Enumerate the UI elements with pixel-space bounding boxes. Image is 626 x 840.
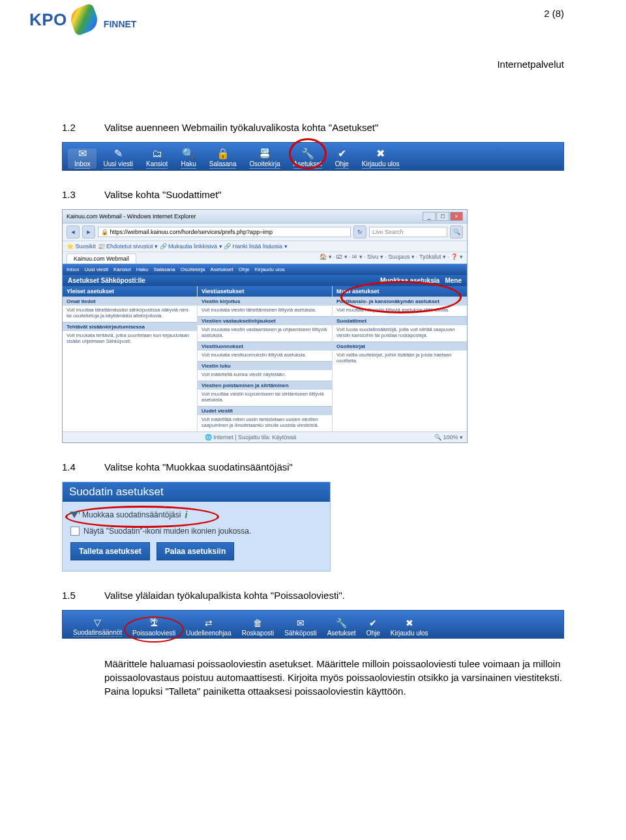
- tb2-vacation[interactable]: 🏝 Poissaoloviesti: [127, 618, 181, 637]
- tb-logout[interactable]: ✖ Kirjaudu ulos: [355, 149, 406, 169]
- tb-addressbook[interactable]: 📇 Osoitekirja: [243, 149, 286, 169]
- col-text: Voit muuttaa viestin kopioimiseen tai si…: [198, 390, 332, 406]
- col-sub[interactable]: Postikansio- ja kansionäkymän asetukset: [333, 297, 467, 306]
- wrench-icon: 🔧: [336, 618, 347, 628]
- tb-btn[interactable]: Osoitekirja: [181, 267, 205, 272]
- redirect-icon: ⇄: [205, 618, 213, 628]
- tb2-logout[interactable]: ✖ Kirjaudu ulos: [385, 618, 434, 637]
- final-paragraph: Määrittele haluamasi poissaoloviestin as…: [104, 657, 564, 698]
- tb-btn[interactable]: Kirjaudu ulos: [255, 267, 285, 272]
- col-head: Viestiasetukset: [198, 286, 332, 297]
- tb2-label: Poissaoloviesti: [132, 630, 175, 637]
- col-text: Voit muokata tehtäviä, jotka suoritetaan…: [63, 331, 197, 347]
- step-text: Valitse auenneen Webmailin työkaluvaliko…: [104, 122, 564, 133]
- webmail-toolbar: ✉ Inbox ✎ Uusi viesti 🗂 Kansiot 🔍 Haku 🔒…: [62, 142, 564, 171]
- row-text: Muokkaa suodatinsääntöjäsi: [82, 510, 181, 519]
- tb-label: Kansiot: [146, 160, 168, 169]
- col-other: Muut asetukset Postikansio- ja kansionäk…: [333, 286, 467, 431]
- wrench-icon: 🔧: [301, 149, 314, 159]
- col-sub[interactable]: Viestiluonnokset: [198, 341, 332, 351]
- subheader-right: Muokkaa asetuksia Mene: [380, 277, 462, 284]
- tb-btn[interactable]: Ohje: [239, 267, 250, 272]
- refresh-button[interactable]: ↻: [353, 225, 366, 239]
- minimize-icon[interactable]: _: [423, 212, 436, 221]
- tb2-redirect[interactable]: ⇄ Uudelleenohjaa: [181, 618, 237, 637]
- tb-btn[interactable]: Haku: [136, 267, 149, 272]
- back-button[interactable]: ◄: [67, 225, 80, 239]
- step-text: Valitse kohta "Suodattimet": [104, 189, 564, 200]
- forward-button[interactable]: ►: [82, 225, 95, 239]
- pencil-icon: ✎: [114, 149, 123, 159]
- col-text: Voit muokata viestin lähettämiseen liitt…: [198, 306, 332, 316]
- save-settings-button[interactable]: Talleta asetukset: [70, 542, 150, 560]
- tb-label: Salasana: [209, 160, 237, 169]
- tb2-filter-rules[interactable]: ▽ Suodatinsäännöt: [68, 617, 127, 637]
- col-sub[interactable]: Omat tiedot: [63, 297, 197, 306]
- search-field[interactable]: Live Search: [369, 227, 447, 237]
- col-sub[interactable]: Uudet viestit: [198, 406, 332, 415]
- col-head: Muut asetukset: [333, 286, 467, 297]
- tb-inbox[interactable]: ✉ Inbox: [68, 149, 97, 169]
- tb-label: Inbox: [74, 160, 90, 169]
- step-num: 1.2: [62, 122, 104, 133]
- col-messages: Viestiasetukset Viestin kirjoitus Voit m…: [198, 286, 333, 431]
- tb2-help[interactable]: ✔ Ohje: [361, 618, 385, 637]
- tb2-label: Asetukset: [327, 630, 356, 637]
- step-text: Valitse ylälaidan työkalupalkista kohta …: [104, 590, 564, 601]
- tb2-spam[interactable]: 🗑 Roskaposti: [237, 618, 279, 637]
- col-sub[interactable]: Viestien vastaukset/ohjaukset: [198, 316, 332, 325]
- tb-btn[interactable]: Uusi viesti: [85, 267, 108, 272]
- close-icon[interactable]: ×: [450, 212, 463, 221]
- trash-icon: 🗑: [253, 618, 262, 628]
- tb-label: Asetukset: [293, 160, 322, 169]
- tb-settings[interactable]: 🔧 Asetukset: [287, 149, 329, 169]
- tb-new-message[interactable]: ✎ Uusi viesti: [97, 149, 140, 169]
- step-num: 1.5: [62, 590, 104, 601]
- tb-btn[interactable]: Kansiot: [113, 267, 131, 272]
- filter-toolbar: ▽ Suodatinsäännöt 🏝 Poissaoloviesti ⇄ Uu…: [62, 610, 564, 639]
- kpo-text: KPO: [29, 10, 67, 30]
- step-1-4: 1.4 Valitse kohta "Muokkaa suodatinsäänt…: [62, 461, 564, 472]
- tb2-email[interactable]: ✉ Sähköposti: [279, 618, 321, 637]
- col-sub[interactable]: Tehtävät sisäänkirjautumisessa: [63, 322, 197, 331]
- browser-tab[interactable]: Kainuu.com Webmail: [67, 253, 136, 263]
- col-text: Voit määrittää miten usein tarkistetaan …: [198, 415, 332, 431]
- url-field[interactable]: 🔒 https://webmail.kainuu.com/horde/servi…: [98, 227, 351, 237]
- col-text: Voit määritellä kuinka viestit näytetään…: [198, 370, 332, 381]
- search-icon: 🔍: [182, 149, 195, 159]
- tb2-label: Suodatinsäännöt: [73, 629, 122, 637]
- finnet-text: FINNET: [104, 19, 137, 29]
- tb-label: Uusi viesti: [103, 160, 133, 169]
- filter-settings-panel: Suodatin asetukset Muokkaa suodatinsäänt…: [62, 482, 331, 572]
- col-sub[interactable]: Osoitekirjat: [333, 341, 467, 351]
- tb-btn[interactable]: Asetukset: [211, 267, 233, 272]
- inner-webmail-toolbar: Inbox Uusi viesti Kansiot Haku Salasana …: [63, 264, 467, 275]
- tb-btn[interactable]: Inbox: [67, 267, 80, 272]
- col-sub[interactable]: Viestien poistaminen ja siirtäminen: [198, 381, 332, 390]
- col-sub[interactable]: Viestin luku: [198, 361, 332, 370]
- search-go-button[interactable]: 🔍: [450, 225, 463, 239]
- page-number: 2 (8): [544, 8, 564, 19]
- maximize-icon[interactable]: □: [436, 212, 449, 221]
- swish-icon: [67, 3, 100, 36]
- status-zoom[interactable]: 🔍 100% ▾: [434, 434, 463, 441]
- show-filter-icon-option[interactable]: Näytä "Suodatin"-ikoni muiden ikonien jo…: [70, 527, 322, 536]
- tb-search[interactable]: 🔍 Haku: [174, 149, 202, 169]
- tb-help[interactable]: ✔ Ohje: [329, 149, 355, 169]
- tb2-label: Sähköposti: [284, 630, 316, 637]
- col-sub[interactable]: Viestin kirjoitus: [198, 297, 332, 306]
- tb2-label: Roskaposti: [242, 630, 274, 637]
- tb2-settings[interactable]: 🔧 Asetukset: [322, 618, 361, 637]
- panel-title: Suodatin asetukset: [63, 482, 330, 502]
- back-to-settings-button[interactable]: Palaa asetuksiin: [156, 542, 234, 560]
- col-sub-filters[interactable]: Suodattimet: [333, 316, 467, 325]
- edit-filter-rules-link[interactable]: Muokkaa suodatinsääntöjäsi i: [70, 510, 322, 520]
- subheader-left: Asetukset Sähköposti:lle: [68, 277, 145, 284]
- panel-buttons: Talleta asetukset Palaa asetuksiin: [70, 542, 322, 560]
- favorites-bar: ⭐ Suosikit 📰 Ehdotetut sivustot ▾ 🔗 Muka…: [63, 241, 467, 252]
- tb-folders[interactable]: 🗂 Kansiot: [140, 149, 174, 169]
- tb-password[interactable]: 🔒 Salasana: [203, 149, 243, 169]
- tb-btn[interactable]: Salasana: [153, 267, 175, 272]
- checkbox[interactable]: [70, 527, 80, 536]
- mail-icon: ✉: [297, 618, 305, 628]
